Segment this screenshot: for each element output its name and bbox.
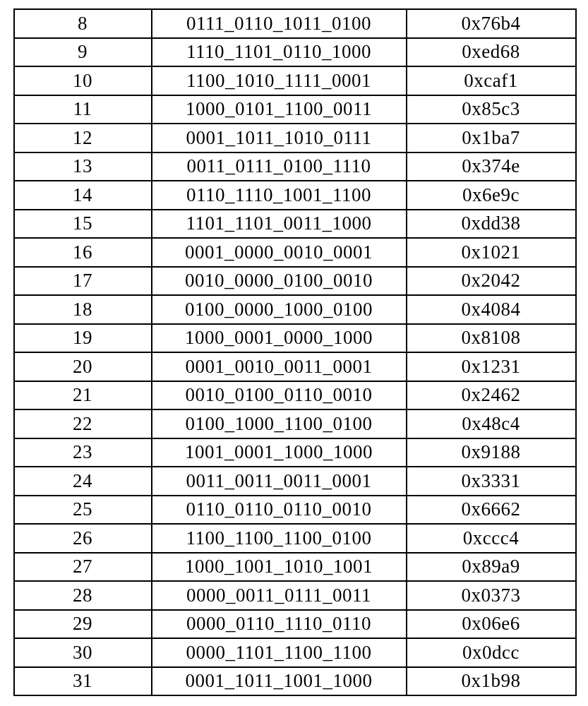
index-cell: 18: [14, 295, 152, 324]
binary-cell: 0010_0000_0100_0010: [152, 267, 407, 296]
index-cell: 19: [14, 324, 152, 353]
binary-cell: 0010_0100_0110_0010: [152, 381, 407, 410]
hex-cell: 0xcaf1: [407, 66, 576, 95]
hex-cell: 0x76b4: [407, 9, 576, 38]
hex-cell: 0x3331: [407, 467, 576, 496]
hex-cell: 0x2042: [407, 267, 576, 296]
hex-cell: 0x1ba7: [407, 124, 576, 152]
index-cell: 17: [14, 267, 152, 296]
table-row: 261100_1100_1100_01000xccc4: [14, 524, 576, 553]
index-cell: 16: [14, 238, 152, 267]
table-row: 120001_1011_1010_01110x1ba7: [14, 124, 576, 152]
hex-cell: 0x6662: [407, 496, 576, 525]
hex-cell: 0x89a9: [407, 553, 576, 582]
table-row: 210010_0100_0110_00100x2462: [14, 381, 576, 410]
binary-cell: 1100_1010_1111_0001: [152, 66, 407, 95]
index-cell: 26: [14, 524, 152, 553]
index-cell: 21: [14, 381, 152, 410]
table-row: 130011_0111_0100_11100x374e: [14, 152, 576, 181]
hex-cell: 0x0dcc: [407, 638, 576, 667]
binary-cell: 0111_0110_1011_0100: [152, 9, 407, 38]
table-row: 200001_0010_0011_00010x1231: [14, 352, 576, 381]
index-cell: 25: [14, 496, 152, 525]
index-cell: 23: [14, 438, 152, 467]
index-cell: 10: [14, 66, 152, 95]
index-cell: 29: [14, 610, 152, 639]
binary-cell: 0000_0011_0111_0011: [152, 581, 407, 610]
table-row: 151101_1101_0011_10000xdd38: [14, 210, 576, 239]
hex-cell: 0x1231: [407, 352, 576, 381]
table-row: 280000_0011_0111_00110x0373: [14, 581, 576, 610]
hex-cell: 0x1021: [407, 238, 576, 267]
index-cell: 8: [14, 9, 152, 38]
hex-cell: 0x6e9c: [407, 181, 576, 210]
index-cell: 15: [14, 210, 152, 239]
hex-cell: 0x0373: [407, 581, 576, 610]
binary-cell: 1101_1101_0011_1000: [152, 210, 407, 239]
table-row: 91110_1101_0110_10000xed68: [14, 38, 576, 67]
binary-cell: 0001_1011_1010_0111: [152, 124, 407, 152]
index-cell: 31: [14, 667, 152, 696]
data-table: 80111_0110_1011_01000x76b4 91110_1101_01…: [13, 8, 577, 696]
index-cell: 20: [14, 352, 152, 381]
binary-cell: 0011_0111_0100_1110: [152, 152, 407, 181]
table-row: 111000_0101_1100_00110x85c3: [14, 95, 576, 124]
binary-cell: 0001_0010_0011_0001: [152, 352, 407, 381]
binary-cell: 0000_1101_1100_1100: [152, 638, 407, 667]
hex-cell: 0x374e: [407, 152, 576, 181]
table-row: 140110_1110_1001_11000x6e9c: [14, 181, 576, 210]
index-cell: 22: [14, 409, 152, 438]
binary-cell: 0001_1011_1001_1000: [152, 667, 407, 696]
binary-cell: 0110_0110_0110_0010: [152, 496, 407, 525]
binary-cell: 0011_0011_0011_0001: [152, 467, 407, 496]
table-row: 191000_0001_0000_10000x8108: [14, 324, 576, 353]
table-row: 310001_1011_1001_10000x1b98: [14, 667, 576, 696]
binary-cell: 1001_0001_1000_1000: [152, 438, 407, 467]
binary-cell: 1000_0101_1100_0011: [152, 95, 407, 124]
binary-cell: 0100_1000_1100_0100: [152, 409, 407, 438]
index-cell: 28: [14, 581, 152, 610]
binary-cell: 0001_0000_0010_0001: [152, 238, 407, 267]
table-row: 290000_0110_1110_01100x06e6: [14, 610, 576, 639]
hex-cell: 0x4084: [407, 295, 576, 324]
table-row: 240011_0011_0011_00010x3331: [14, 467, 576, 496]
table-row: 231001_0001_1000_10000x9188: [14, 438, 576, 467]
hex-cell: 0xed68: [407, 38, 576, 67]
hex-cell: 0x85c3: [407, 95, 576, 124]
hex-cell: 0x1b98: [407, 667, 576, 696]
binary-cell: 1100_1100_1100_0100: [152, 524, 407, 553]
index-cell: 27: [14, 553, 152, 582]
table-row: 80111_0110_1011_01000x76b4: [14, 9, 576, 38]
table-row: 250110_0110_0110_00100x6662: [14, 496, 576, 525]
index-cell: 30: [14, 638, 152, 667]
hex-cell: 0x2462: [407, 381, 576, 410]
table-row: 160001_0000_0010_00010x1021: [14, 238, 576, 267]
index-cell: 11: [14, 95, 152, 124]
hex-cell: 0x8108: [407, 324, 576, 353]
hex-cell: 0x48c4: [407, 409, 576, 438]
binary-cell: 0000_0110_1110_0110: [152, 610, 407, 639]
binary-cell: 0100_0000_1000_0100: [152, 295, 407, 324]
hex-cell: 0x9188: [407, 438, 576, 467]
table-row: 220100_1000_1100_01000x48c4: [14, 409, 576, 438]
binary-cell: 0110_1110_1001_1100: [152, 181, 407, 210]
table-row: 180100_0000_1000_01000x4084: [14, 295, 576, 324]
lookup-table: 80111_0110_1011_01000x76b4 91110_1101_01…: [13, 8, 575, 696]
index-cell: 14: [14, 181, 152, 210]
binary-cell: 1000_0001_0000_1000: [152, 324, 407, 353]
table-row: 101100_1010_1111_00010xcaf1: [14, 66, 576, 95]
index-cell: 24: [14, 467, 152, 496]
hex-cell: 0xccc4: [407, 524, 576, 553]
index-cell: 13: [14, 152, 152, 181]
table-row: 300000_1101_1100_11000x0dcc: [14, 638, 576, 667]
binary-cell: 1110_1101_0110_1000: [152, 38, 407, 67]
index-cell: 12: [14, 124, 152, 152]
hex-cell: 0x06e6: [407, 610, 576, 639]
hex-cell: 0xdd38: [407, 210, 576, 239]
table-row: 170010_0000_0100_00100x2042: [14, 267, 576, 296]
binary-cell: 1000_1001_1010_1001: [152, 553, 407, 582]
table-row: 271000_1001_1010_10010x89a9: [14, 553, 576, 582]
index-cell: 9: [14, 38, 152, 67]
